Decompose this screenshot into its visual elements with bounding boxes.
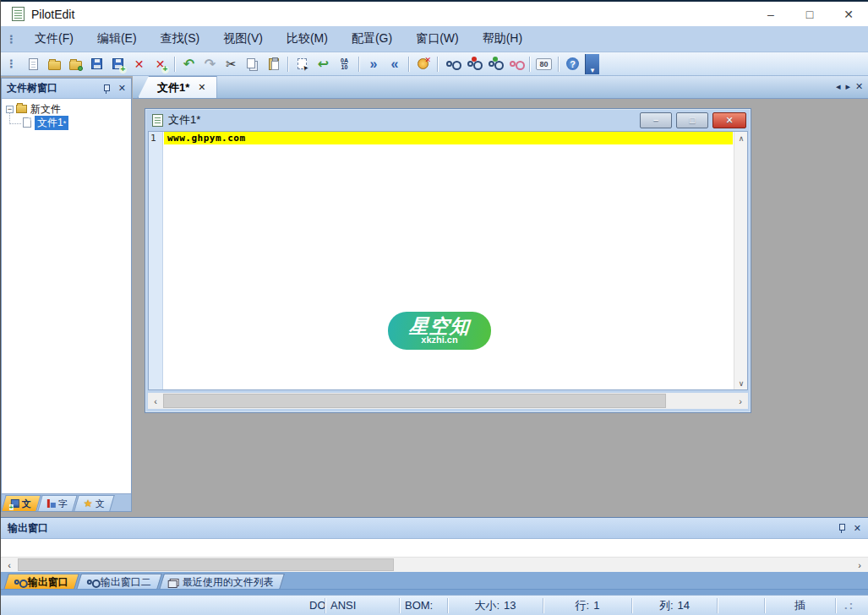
find-in-files-button[interactable] <box>442 55 461 73</box>
doc-minimize-button[interactable]: – <box>640 112 672 128</box>
scroll-up-icon[interactable]: ∧ <box>734 132 748 144</box>
toolbar-grip-icon[interactable]: ⋮ <box>6 57 16 70</box>
tab-favorites[interactable]: ★文 <box>74 495 114 511</box>
editor-area[interactable]: 1 www.ghpym.com ∧ ∨ 星空知 xkzhi.cn <box>148 131 748 390</box>
tab-character[interactable]: 字 <box>37 495 77 511</box>
window-title: PilotEdit <box>31 8 74 21</box>
menu-grip-icon[interactable]: ⋮ <box>6 33 16 46</box>
output-scrollbar[interactable]: ‹ › <box>1 557 868 572</box>
redo-button[interactable]: ↷ <box>200 55 220 73</box>
tab-scroll-left-icon[interactable]: ◂ <box>836 81 841 92</box>
file-tree-header: 文件树窗口 ✕ <box>2 79 131 99</box>
find-prev-marked-button[interactable] <box>484 55 504 73</box>
tree-selected-file[interactable]: 文件1* <box>35 116 68 130</box>
status-encoding: ANSI <box>325 598 400 613</box>
hscroll-thumb[interactable] <box>163 394 666 408</box>
status-bar: DOS ANSI BOM: 大小:13 行:1 列:14 插 .: <box>1 595 868 615</box>
tree-child-row[interactable]: 文件1* <box>3 116 129 129</box>
status-format: DOS <box>308 598 325 613</box>
current-line-highlight[interactable]: www.ghpym.com <box>164 132 733 144</box>
editor-horizontal-scrollbar[interactable]: ‹ › <box>148 393 748 409</box>
document-window-title: 文件1* <box>168 112 636 128</box>
close-file-button[interactable]: ✕ <box>129 55 149 73</box>
scroll-left-icon[interactable]: ‹ <box>148 396 163 406</box>
tab-output-2[interactable]: 输出窗口二 <box>76 574 162 590</box>
next-difference-button[interactable]: » <box>363 55 383 73</box>
document-icon <box>152 114 163 127</box>
line-number-gutter: 1 <box>149 132 163 389</box>
recent-files-icon <box>170 579 179 586</box>
editor-vertical-scrollbar[interactable]: ∧ ∨ <box>734 132 747 389</box>
cut-button[interactable]: ✂ <box>221 55 241 73</box>
menu-help[interactable]: 帮助(H) <box>471 28 534 50</box>
menu-edit[interactable]: 编辑(E) <box>85 28 149 50</box>
new-file-button[interactable] <box>24 55 43 73</box>
mdi-client-area: 文件1* – □ ✕ 1 www.ghpym.com ∧ <box>133 99 868 517</box>
menu-file[interactable]: 文件(F) <box>23 28 85 50</box>
document-window[interactable]: 文件1* – □ ✕ 1 www.ghpym.com ∧ <box>145 108 751 413</box>
document-window-titlebar[interactable]: 文件1* – □ ✕ <box>145 109 751 131</box>
tree-tab-icon <box>11 499 19 508</box>
char-tab-icon <box>47 499 56 508</box>
menu-view[interactable]: 视图(V) <box>211 28 275 50</box>
resize-grip-icon[interactable]: .: <box>836 598 868 613</box>
menu-compare[interactable]: 比较(M) <box>275 28 340 50</box>
doc-restore-button[interactable]: □ <box>676 112 708 128</box>
toolbar-overflow-button[interactable]: ▾ <box>585 54 599 74</box>
save-all-button[interactable]: + <box>108 55 128 73</box>
prev-difference-button[interactable]: « <box>385 55 404 73</box>
column-80-button[interactable]: 80 <box>534 55 554 73</box>
scroll-right-icon[interactable]: › <box>733 396 748 406</box>
scroll-down-icon[interactable]: ∨ <box>734 377 748 389</box>
help-button[interactable]: ? <box>563 55 582 73</box>
file-tree-title: 文件树窗口 <box>7 81 102 95</box>
output-scroll-right-icon[interactable]: › <box>851 560 868 570</box>
tree-connector <box>9 112 21 124</box>
binoculars-red-icon <box>467 61 473 67</box>
output-pin-icon[interactable] <box>838 523 846 533</box>
find-next-marked-button[interactable] <box>463 55 483 73</box>
hex-mode-button[interactable]: 0A10 <box>335 55 354 73</box>
close-all-button[interactable]: ✕+ <box>150 55 170 73</box>
open-file-button[interactable] <box>45 55 64 73</box>
doc-close-button[interactable]: ✕ <box>712 112 746 128</box>
alarm-button[interactable]: ✕ <box>413 55 433 73</box>
tab-file-tree[interactable]: 文 <box>1 495 41 511</box>
file-tree-close-icon[interactable]: ✕ <box>118 83 126 94</box>
pin-icon[interactable] <box>102 84 111 94</box>
minimize-button[interactable]: – <box>751 2 790 26</box>
tree-root-row[interactable]: − 新文件 <box>3 102 129 116</box>
left-panel-tabs: 文 字 ★文 <box>2 493 131 511</box>
document-region: 文件1* ✕ ◂ ▸ ✕ 文件1* – □ ✕ <box>133 76 868 517</box>
file-tree: − 新文件 文件1* <box>2 99 131 493</box>
tab-close-icon[interactable]: ✕ <box>855 81 863 92</box>
tree-root-label[interactable]: 新文件 <box>30 102 61 117</box>
word-wrap-button[interactable]: ↩ <box>314 55 333 73</box>
select-button[interactable] <box>292 55 312 73</box>
close-button[interactable]: ✕ <box>829 2 868 26</box>
line-number: 1 <box>149 132 162 144</box>
output-scroll-thumb[interactable] <box>18 558 394 571</box>
paste-button[interactable] <box>264 55 283 73</box>
output-close-icon[interactable]: ✕ <box>854 523 861 534</box>
toolbar: ⋮ + ✕ ✕+ ↶ ↷ ✂ ↩ 0A10 » « ✕ 80 <box>1 52 868 76</box>
menu-config[interactable]: 配置(G) <box>340 28 404 50</box>
save-button[interactable] <box>87 55 106 73</box>
open-ftp-button[interactable] <box>66 55 85 73</box>
output-tabs: 输出窗口 输出窗口二 最近使用的文件列表 <box>1 572 868 590</box>
line1-text[interactable]: www.ghpym.com <box>164 133 246 144</box>
document-tab-active[interactable]: 文件1* ✕ <box>138 76 217 98</box>
replace-in-files-button[interactable] <box>505 55 525 73</box>
tab-output-1[interactable]: 输出窗口 <box>3 574 79 590</box>
menu-search[interactable]: 查找(S) <box>149 28 212 50</box>
output-scroll-left-icon[interactable]: ‹ <box>1 560 18 570</box>
new-file-icon <box>29 58 38 70</box>
menu-window[interactable]: 窗口(W) <box>404 28 471 50</box>
undo-button[interactable]: ↶ <box>179 55 199 73</box>
copy-button[interactable] <box>243 55 262 73</box>
tab-scroll-right-icon[interactable]: ▸ <box>846 81 851 92</box>
maximize-button[interactable]: □ <box>790 2 829 26</box>
document-tab-close-icon[interactable]: ✕ <box>198 82 205 93</box>
star-icon: ★ <box>84 498 93 509</box>
tab-recent-files[interactable]: 最近使用的文件列表 <box>159 574 285 590</box>
